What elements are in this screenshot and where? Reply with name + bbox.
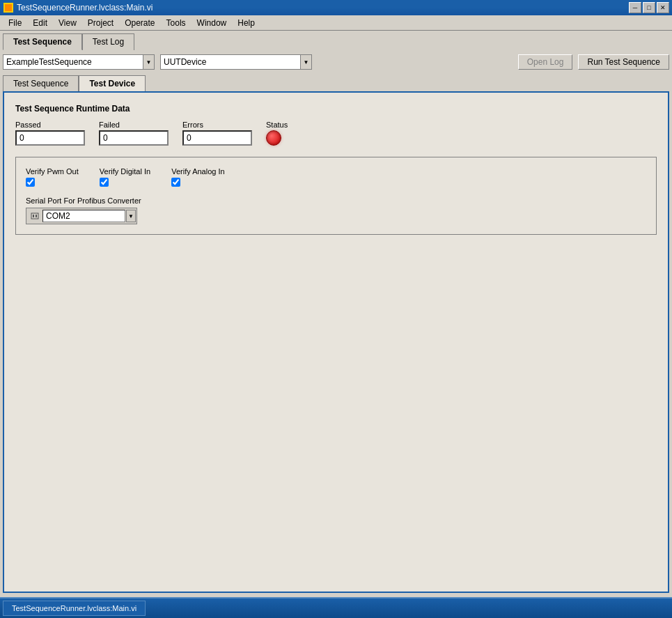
verify-digital-group: Verify Digital In bbox=[100, 167, 150, 187]
errors-group: Errors bbox=[182, 121, 252, 146]
failed-group: Failed bbox=[99, 121, 169, 146]
taskbar-item[interactable]: TestSequenceRunner.lvclass:Main.vi bbox=[3, 601, 146, 616]
menu-project[interactable]: Project bbox=[82, 17, 119, 29]
serial-dropdown-container: COM2 ▼ bbox=[26, 208, 137, 224]
close-button[interactable]: ✕ bbox=[657, 2, 669, 13]
app-icon bbox=[3, 2, 14, 13]
minimize-button[interactable]: ─ bbox=[629, 2, 641, 13]
status-label: Status bbox=[266, 121, 288, 129]
failed-label: Failed bbox=[99, 121, 169, 129]
serial-icon bbox=[29, 210, 40, 222]
sequence-dropdown-container: ▼ bbox=[3, 54, 155, 70]
svg-rect-2 bbox=[31, 213, 38, 219]
verify-analog-label: Verify Analog In bbox=[171, 167, 224, 176]
status-group: Status bbox=[266, 121, 288, 146]
passed-group: Passed bbox=[15, 121, 85, 146]
content-panel: Test Sequence Runtime Data Passed Failed… bbox=[3, 91, 669, 593]
run-test-sequence-button[interactable]: Run Test Sequence bbox=[578, 54, 669, 70]
status-led bbox=[266, 130, 281, 146]
verify-pwm-label: Verify Pwm Out bbox=[26, 167, 79, 176]
menu-bar: File Edit View Project Operate Tools Win… bbox=[0, 15, 672, 31]
config-box: Verify Pwm Out Verify Digital In Verify … bbox=[15, 157, 657, 235]
serial-dropdown-arrow[interactable]: ▼ bbox=[126, 210, 136, 222]
sequence-dropdown-arrow[interactable]: ▼ bbox=[143, 55, 154, 69]
menu-file[interactable]: File bbox=[3, 17, 27, 29]
serial-value: COM2 bbox=[42, 210, 125, 222]
svg-rect-1 bbox=[5, 4, 12, 11]
runtime-section: Test Sequence Runtime Data Passed Failed… bbox=[15, 104, 657, 146]
svg-rect-3 bbox=[33, 215, 34, 217]
errors-label: Errors bbox=[182, 121, 252, 129]
verify-pwm-group: Verify Pwm Out bbox=[26, 167, 79, 187]
maximize-button[interactable]: □ bbox=[643, 2, 655, 13]
device-dropdown[interactable] bbox=[161, 55, 300, 69]
taskbar: TestSequenceRunner.lvclass:Main.vi bbox=[0, 597, 672, 618]
top-tab-bar: Test Sequence Test Log bbox=[3, 33, 669, 50]
passed-label: Passed bbox=[15, 121, 85, 129]
main-area: Test Sequence Test Log ▼ ▼ Open Log Run … bbox=[0, 31, 672, 596]
svg-rect-4 bbox=[36, 215, 37, 217]
window-controls: ─ □ ✕ bbox=[629, 2, 669, 13]
menu-view[interactable]: View bbox=[53, 17, 82, 29]
tab-test-log[interactable]: Test Log bbox=[82, 33, 134, 50]
verify-digital-item bbox=[100, 178, 150, 187]
runtime-title: Test Sequence Runtime Data bbox=[15, 104, 657, 114]
open-log-button[interactable]: Open Log bbox=[518, 54, 573, 70]
verify-digital-label: Verify Digital In bbox=[100, 167, 150, 176]
verify-analog-item bbox=[171, 178, 224, 187]
verify-pwm-checkbox[interactable] bbox=[26, 178, 35, 187]
errors-input[interactable] bbox=[182, 130, 252, 146]
verify-digital-checkbox[interactable] bbox=[100, 178, 109, 187]
title-bar: TestSequenceRunner.lvclass:Main.vi ─ □ ✕ bbox=[0, 0, 672, 15]
device-dropdown-container: ▼ bbox=[160, 54, 312, 70]
menu-window[interactable]: Window bbox=[192, 17, 233, 29]
window-title: TestSequenceRunner.lvclass:Main.vi bbox=[17, 3, 629, 13]
menu-help[interactable]: Help bbox=[232, 17, 260, 29]
inner-tab-test-device[interactable]: Test Device bbox=[79, 75, 146, 91]
checkbox-row: Verify Pwm Out Verify Digital In Verify … bbox=[26, 167, 646, 187]
serial-section: Serial Port For Profibus Converter COM2 … bbox=[26, 196, 646, 224]
verify-pwm-item bbox=[26, 178, 79, 187]
dropdown-row: ▼ ▼ Open Log Run Test Sequence bbox=[3, 54, 669, 70]
metrics-row: Passed Failed Errors Status bbox=[15, 121, 657, 146]
verify-analog-checkbox[interactable] bbox=[171, 178, 180, 187]
passed-input[interactable] bbox=[15, 130, 85, 146]
sequence-dropdown[interactable] bbox=[3, 55, 143, 69]
menu-tools[interactable]: Tools bbox=[161, 17, 192, 29]
menu-operate[interactable]: Operate bbox=[119, 17, 160, 29]
inner-tab-test-sequence[interactable]: Test Sequence bbox=[3, 75, 79, 91]
inner-tab-bar: Test Sequence Test Device bbox=[3, 75, 669, 91]
menu-edit[interactable]: Edit bbox=[27, 17, 53, 29]
failed-input[interactable] bbox=[99, 130, 169, 146]
tab-test-sequence[interactable]: Test Sequence bbox=[3, 33, 82, 50]
device-dropdown-arrow[interactable]: ▼ bbox=[300, 55, 311, 69]
serial-label: Serial Port For Profibus Converter bbox=[26, 196, 646, 205]
verify-analog-group: Verify Analog In bbox=[171, 167, 224, 187]
